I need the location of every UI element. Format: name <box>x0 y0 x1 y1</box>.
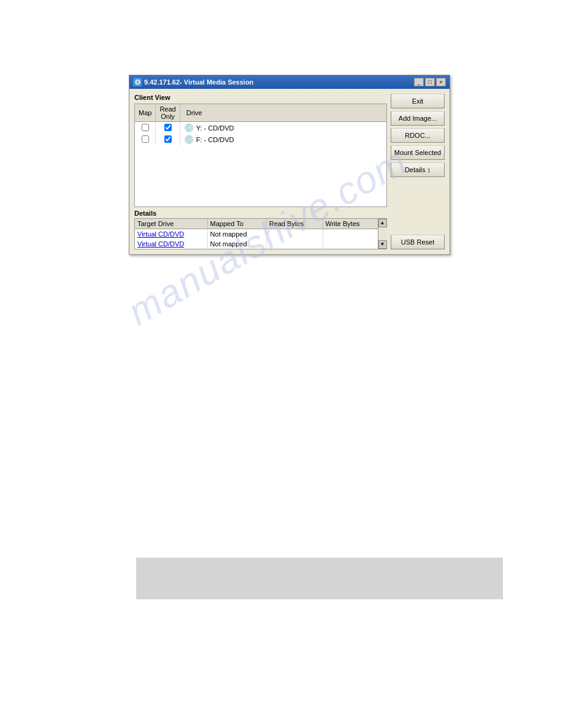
details-mapped-text-2: Not mapped <box>210 240 247 248</box>
drive-cell-1: 💿 Y: - CD/DVD <box>180 122 386 134</box>
client-view-label: Client View <box>134 94 387 101</box>
usb-reset-button[interactable]: USB Reset <box>391 235 445 249</box>
add-image-button[interactable]: Add Image... <box>391 111 445 126</box>
drive-label-1: Y: - CD/DVD <box>196 124 234 132</box>
drive-table-wrapper: Map Read Only Drive <box>134 104 387 207</box>
left-panel: Client View Map Read Only Drive <box>134 94 387 249</box>
map-checkbox-1[interactable] <box>142 124 149 131</box>
details-target-2: Virtual CD/DVD <box>135 239 207 249</box>
table-empty-row <box>135 145 386 207</box>
drive-row-1: 💿 Y: - CD/DVD <box>135 122 386 134</box>
details-read-1 <box>266 229 323 240</box>
details-label: Details <box>134 210 387 217</box>
details-table-content: Target Drive Mapped To Read Bytes Write … <box>135 219 378 249</box>
title-bar: 💿 9.42.171.62- Virtual Media Session _ □… <box>129 75 450 89</box>
window-title: 9.42.171.62- Virtual Media Session <box>144 78 253 86</box>
window-icon: 💿 <box>133 78 142 86</box>
details-col-write: Write Bytes <box>323 219 378 229</box>
drive-row-2: 💿 F: - CD/DVD <box>135 134 386 145</box>
details-mapped-1: Not mapped <box>207 229 266 240</box>
bottom-bar <box>136 558 503 599</box>
details-mapped-text-1: Not mapped <box>210 230 247 238</box>
details-scrollbar: ▲ ▼ <box>378 219 386 249</box>
details-row-wrapper: Target Drive Mapped To Read Bytes Write … <box>134 218 387 249</box>
details-col-mapped: Mapped To <box>207 219 266 229</box>
cd-icon-2: 💿 <box>184 135 194 144</box>
cd-icon-1: 💿 <box>184 123 194 132</box>
details-write-2 <box>323 239 378 249</box>
exit-button[interactable]: Exit <box>391 94 445 108</box>
read-only-checkbox-2[interactable] <box>164 135 172 143</box>
details-button[interactable]: Details ↕ <box>391 162 445 177</box>
scroll-track <box>378 227 387 240</box>
col-map: Map <box>135 104 156 122</box>
details-row-2: Virtual CD/DVD Not mapped <box>135 239 378 249</box>
details-col-read: Read Bytes <box>266 219 323 229</box>
col-read-only: Read Only <box>156 104 180 122</box>
details-table-wrapper: Target Drive Mapped To Read Bytes Write … <box>134 218 387 249</box>
drive-table: Map Read Only Drive <box>135 104 386 207</box>
drive-label-2: F: - CD/DVD <box>196 136 234 143</box>
details-mapped-2: Not mapped <box>207 239 266 249</box>
title-buttons: _ □ × <box>414 78 446 86</box>
window-body: Client View Map Read Only Drive <box>129 89 450 254</box>
read-only-checkbox-1[interactable] <box>164 124 172 131</box>
map-checkbox-1-cell <box>135 122 156 134</box>
close-button[interactable]: × <box>436 78 446 86</box>
details-target-link-2[interactable]: Virtual CD/DVD <box>137 240 184 248</box>
details-target-1: Virtual CD/DVD <box>135 229 207 240</box>
restore-button[interactable]: □ <box>425 78 435 86</box>
drive-cell-2: 💿 F: - CD/DVD <box>180 134 386 145</box>
details-table-inner: Target Drive Mapped To Read Bytes Write … <box>134 218 387 249</box>
rdoc-button[interactable]: RDOC... <box>391 128 445 143</box>
details-target-link-1[interactable]: Virtual CD/DVD <box>137 230 184 238</box>
col-drive: Drive <box>180 104 386 122</box>
details-row-1: Virtual CD/DVD Not mapped <box>135 229 378 240</box>
read-only-checkbox-2-cell <box>156 134 180 145</box>
minimize-button[interactable]: _ <box>414 78 424 86</box>
scroll-up-arrow[interactable]: ▲ <box>378 219 387 227</box>
map-checkbox-2-cell <box>135 134 156 145</box>
mount-selected-button[interactable]: Mount Selected <box>391 145 445 160</box>
details-write-1 <box>323 229 378 240</box>
read-only-checkbox-1-cell <box>156 122 180 134</box>
scroll-down-arrow[interactable]: ▼ <box>378 240 387 249</box>
title-bar-left: 💿 9.42.171.62- Virtual Media Session <box>133 78 253 86</box>
details-section: Details Target Drive Mapped To <box>134 210 387 249</box>
details-table: Target Drive Mapped To Read Bytes Write … <box>135 219 378 249</box>
details-col-target: Target Drive <box>135 219 207 229</box>
virtual-media-window: 💿 9.42.171.62- Virtual Media Session _ □… <box>129 75 450 255</box>
map-checkbox-2[interactable] <box>142 135 149 143</box>
details-read-2 <box>266 239 323 249</box>
right-panel: Exit Add Image... RDOC... Mount Selected… <box>391 94 445 249</box>
